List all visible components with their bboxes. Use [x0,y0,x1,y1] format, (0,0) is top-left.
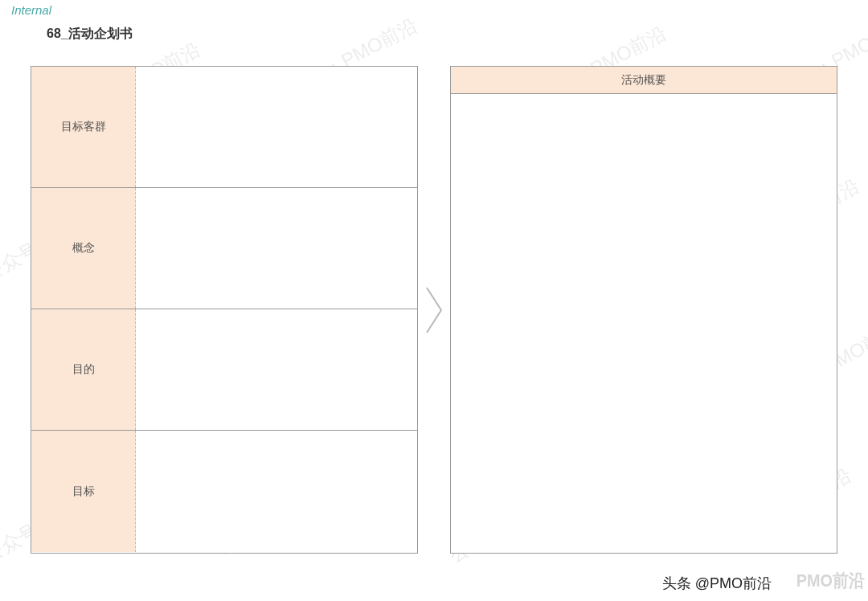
page-title: 68_活动企划书 [47,26,133,43]
right-panel: 活动概要 [450,66,837,554]
right-panel-header: 活动概要 [451,67,837,94]
row-content [136,67,417,187]
row-target-customer: 目标客群 [31,67,417,188]
arrow-icon [418,66,450,554]
row-content [136,309,417,430]
left-panel: 目标客群 概念 目的 目标 [31,66,418,554]
row-content [136,188,417,309]
row-label: 目的 [31,309,136,430]
row-concept: 概念 [31,188,417,309]
row-label: 目标客群 [31,67,136,187]
right-panel-body [451,94,837,553]
row-purpose: 目的 [31,309,417,431]
row-goal: 目标 [31,431,417,552]
attribution-text: 头条 @PMO前沿 [662,574,772,593]
main-layout: 目标客群 概念 目的 目标 活动概要 [31,66,837,554]
row-content [136,431,417,552]
internal-label: Internal [11,3,51,17]
row-label: 概念 [31,188,136,309]
row-label: 目标 [31,431,136,552]
brand-logo-text: PMO前沿 [796,569,865,593]
